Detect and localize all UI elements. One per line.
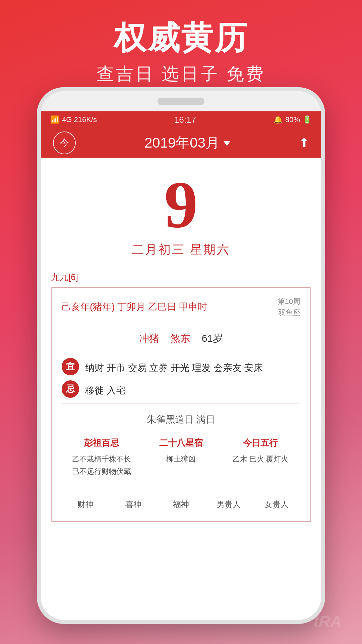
five-col-section: 财神喜神福神男贵人女贵人	[62, 492, 300, 513]
month-text: 2019年03月	[144, 133, 220, 152]
yi-row: 宜 纳财 开市 交易 立券 开光 理发 会亲友 安床	[62, 358, 300, 376]
col-wuxing-content: 乙木 巳火 覆灯火	[221, 453, 300, 465]
signal-text: 4G 216K/s	[62, 115, 97, 124]
col-wuxing: 今日五行 乙木 巳火 覆灯火	[221, 437, 300, 478]
col-pengzu: 彭祖百忌 乙不栽植千株不长 巳不远行财物伏藏	[62, 437, 141, 478]
week-zodiac: 第10周 双鱼座	[278, 296, 300, 318]
alarm-icon: 🔔	[274, 115, 283, 124]
col-pengzu-title: 彭祖百忌	[62, 437, 141, 449]
status-time: 16:17	[174, 115, 196, 125]
month-selector[interactable]: 2019年03月	[144, 133, 230, 152]
divider-1	[62, 404, 300, 404]
app-header: 今 2019年03月 ⬆	[41, 128, 321, 158]
status-left: 📶 4G 216K/s	[50, 115, 97, 124]
battery-icon: 🔋	[303, 115, 312, 124]
share-icon[interactable]: ⬆	[299, 136, 309, 150]
five-col-item: 喜神	[109, 499, 157, 510]
col-28star-title: 二十八星宿	[141, 437, 221, 449]
week-text: 第10周	[278, 296, 300, 307]
five-col-item: 福神	[157, 499, 205, 510]
zhique-text: 朱雀黑道日 满日	[147, 414, 215, 425]
chong-row: 冲猪 煞东 61岁	[62, 332, 300, 351]
ji-badge: 忌	[62, 380, 79, 398]
bordered-panel: 己亥年(猪年) 丁卯月 乙巳日 甲申时 第10周 双鱼座 冲猪 煞东 61岁	[51, 287, 311, 522]
battery-text: 80%	[285, 115, 300, 124]
five-col-item: 女贵人	[253, 499, 300, 510]
chong-label: 冲猪	[139, 333, 159, 344]
col-28star: 二十八星宿 柳土獐凶	[141, 437, 221, 478]
promo-title: 权威黄历	[0, 20, 362, 56]
promo-area: 权威黄历 查吉日 选日子 免费	[0, 0, 362, 99]
zhique-row: 朱雀黑道日 满日	[62, 409, 300, 430]
ji-text: 移徙 入宅	[85, 380, 125, 398]
chong-direction: 煞东	[170, 333, 190, 344]
col-wuxing-title: 今日五行	[221, 437, 300, 449]
today-button[interactable]: 今	[53, 131, 76, 154]
promo-subtitle: 查吉日 选日子 免费	[0, 62, 362, 86]
day-number: 9	[48, 171, 314, 238]
five-col-item: 财神	[62, 499, 109, 510]
today-label: 今	[60, 137, 69, 149]
jiu-label: 九九[6]	[51, 271, 311, 283]
signal-icon: 📶	[50, 115, 59, 124]
yi-badge: 宜	[62, 358, 79, 375]
chong-age: 61岁	[202, 333, 223, 344]
phone-top-bar	[41, 91, 321, 111]
three-col-section: 彭祖百忌 乙不栽植千株不长 巳不远行财物伏藏 二十八星宿 柳土獐凶 今日五行 乙…	[62, 430, 300, 482]
speaker	[158, 98, 204, 105]
date-display: 9 二月初三 星期六	[41, 158, 321, 265]
ji-row: 忌 移徙 入宅	[62, 380, 300, 398]
status-right: 🔔 80% 🔋	[274, 115, 312, 124]
status-bar: 📶 4G 216K/s 16:17 🔔 80% 🔋	[41, 111, 321, 128]
col-28star-content: 柳土獐凶	[141, 453, 221, 465]
phone-mockup: 📶 4G 216K/s 16:17 🔔 80% 🔋 今 2019年03月 ⬆ 9…	[37, 87, 325, 624]
zodiac-text: 双鱼座	[278, 307, 300, 318]
col-pengzu-content: 乙不栽植千株不长 巳不远行财物伏藏	[62, 453, 141, 478]
info-panel: 九九[6] 己亥年(猪年) 丁卯月 乙巳日 甲申时 第10周 双鱼座 冲猪 煞东	[51, 271, 311, 522]
yi-text: 纳财 开市 交易 立券 开光 理发 会亲友 安床	[85, 358, 263, 376]
ganzhi-text: 己亥年(猪年) 丁卯月 乙巳日 甲申时	[62, 301, 207, 313]
lunar-day: 二月初三 星期六	[48, 241, 314, 258]
five-col-item: 男贵人	[205, 499, 252, 510]
watermark: tRA	[313, 612, 342, 631]
main-content: 9 二月初三 星期六 九九[6] 己亥年(猪年) 丁卯月 乙巳日 甲申时 第10…	[41, 158, 321, 620]
dropdown-arrow-icon	[224, 141, 230, 146]
divider-2	[62, 487, 300, 487]
ganzhi-row: 己亥年(猪年) 丁卯月 乙巳日 甲申时 第10周 双鱼座	[62, 296, 300, 325]
